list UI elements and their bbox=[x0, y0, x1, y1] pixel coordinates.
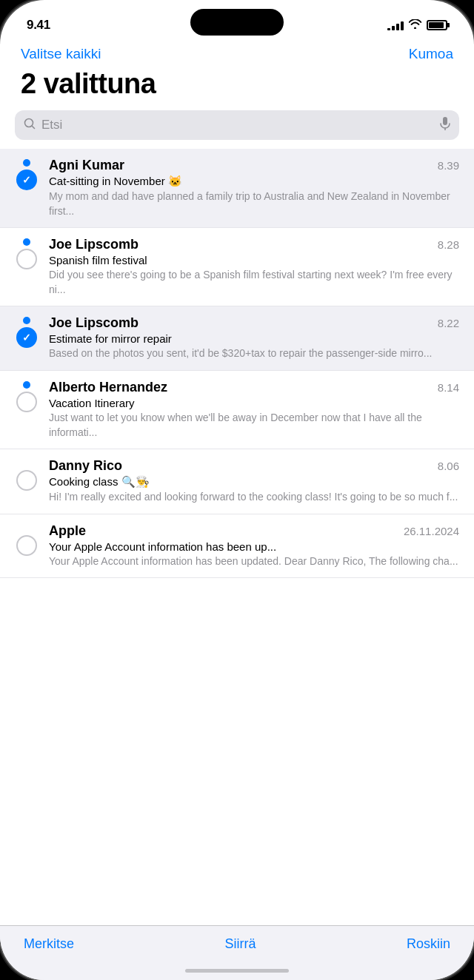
message-subject-5: Cooking class 🔍👨‍🍳 bbox=[49, 475, 459, 489]
sender-name-3: Joe Lipscomb bbox=[49, 315, 138, 331]
list-item[interactable]: ✓ Agni Kumar 8.39 Cat-sitting in Novembe… bbox=[0, 149, 474, 228]
selection-area-2 bbox=[12, 237, 41, 269]
message-preview-4: Just want to let you know when we'll be … bbox=[49, 411, 459, 440]
message-list: ✓ Agni Kumar 8.39 Cat-sitting in Novembe… bbox=[0, 149, 474, 578]
checkbox-1[interactable]: ✓ bbox=[16, 170, 37, 190]
phone-frame: 9.41 Valitse kaikki Kumoa bbox=[0, 0, 474, 980]
cancel-button[interactable]: Kumoa bbox=[409, 46, 453, 62]
checkbox-4[interactable] bbox=[16, 392, 37, 412]
signal-bar-2 bbox=[392, 26, 395, 30]
selection-area-4 bbox=[12, 380, 41, 412]
sender-name-2: Joe Lipscomb bbox=[49, 237, 138, 252]
message-header-6: Apple 26.11.2024 bbox=[49, 523, 459, 539]
battery-fill bbox=[429, 22, 444, 28]
checkbox-2[interactable] bbox=[16, 249, 37, 269]
message-preview-6: Your Apple Account information has been … bbox=[49, 554, 459, 569]
sender-name-1: Agni Kumar bbox=[49, 158, 124, 173]
message-time-6: 26.11.2024 bbox=[404, 525, 459, 537]
list-item[interactable]: Joe Lipscomb 8.28 Spanish film festival … bbox=[0, 228, 474, 306]
message-header-4: Alberto Hernandez 8.14 bbox=[49, 380, 459, 395]
message-content-4: Alberto Hernandez 8.14 Vacation Itinerar… bbox=[49, 380, 459, 440]
checkbox-5[interactable] bbox=[16, 470, 37, 491]
select-all-button[interactable]: Valitse kaikki bbox=[21, 46, 101, 62]
message-preview-1: My mom and dad have planned a family tri… bbox=[49, 189, 459, 218]
checkmark-3: ✓ bbox=[22, 332, 31, 343]
search-icon bbox=[24, 118, 36, 132]
mark-button[interactable]: Merkitse bbox=[24, 936, 74, 952]
message-subject-2: Spanish film festival bbox=[49, 254, 459, 266]
status-icons bbox=[387, 19, 447, 31]
message-content-5: Danny Rico 8.06 Cooking class 🔍👨‍🍳 Hi! I… bbox=[49, 458, 459, 505]
mic-icon[interactable] bbox=[440, 117, 450, 133]
unread-dot-4 bbox=[23, 381, 30, 389]
sender-name-5: Danny Rico bbox=[49, 458, 122, 474]
list-item[interactable]: Danny Rico 8.06 Cooking class 🔍👨‍🍳 Hi! I… bbox=[0, 449, 474, 514]
unread-dot-3 bbox=[23, 317, 30, 324]
message-header-2: Joe Lipscomb 8.28 bbox=[49, 237, 459, 252]
trash-button[interactable]: Roskiin bbox=[407, 936, 450, 952]
message-preview-2: Did you see there's going to be a Spanis… bbox=[49, 268, 459, 297]
message-subject-1: Cat-sitting in November 🐱 bbox=[49, 175, 459, 188]
message-preview-5: Hi! I'm really excited and looking forwa… bbox=[49, 490, 459, 505]
message-header-1: Agni Kumar 8.39 bbox=[49, 158, 459, 173]
move-button[interactable]: Siirrä bbox=[224, 936, 256, 952]
page-title: 2 valittuna bbox=[21, 68, 453, 100]
search-bar[interactable]: Etsi bbox=[15, 110, 459, 140]
message-time-5: 8.06 bbox=[438, 460, 459, 472]
message-content-1: Agni Kumar 8.39 Cat-sitting in November … bbox=[49, 158, 459, 218]
status-time: 9.41 bbox=[27, 18, 50, 33]
svg-rect-1 bbox=[443, 117, 447, 125]
search-input[interactable]: Etsi bbox=[41, 118, 434, 132]
signal-bar-1 bbox=[387, 28, 390, 30]
message-content-3: Joe Lipscomb 8.22 Estimate for mirror re… bbox=[49, 315, 459, 361]
message-subject-4: Vacation Itinerary bbox=[49, 397, 459, 409]
signal-bar-3 bbox=[396, 24, 399, 30]
message-time-4: 8.14 bbox=[438, 381, 459, 394]
dynamic-island bbox=[190, 9, 284, 36]
signal-bar-4 bbox=[401, 21, 404, 30]
selection-area-1: ✓ bbox=[12, 158, 41, 190]
status-bar: 9.41 bbox=[0, 0, 474, 40]
sender-name-4: Alberto Hernandez bbox=[49, 380, 167, 395]
header: 2 valittuna bbox=[0, 65, 474, 110]
message-subject-3: Estimate for mirror repair bbox=[49, 332, 459, 345]
message-content-6: Apple 26.11.2024 Your Apple Account info… bbox=[49, 523, 459, 569]
message-time-3: 8.22 bbox=[438, 317, 459, 329]
selection-area-5 bbox=[12, 458, 41, 491]
message-header-5: Danny Rico 8.06 bbox=[49, 458, 459, 474]
home-indicator bbox=[185, 969, 289, 973]
unread-dot-2 bbox=[23, 238, 30, 246]
selection-area-6 bbox=[12, 523, 41, 556]
nav-bar: Valitse kaikki Kumoa bbox=[0, 40, 474, 65]
checkbox-3[interactable]: ✓ bbox=[16, 327, 37, 348]
message-content-2: Joe Lipscomb 8.28 Spanish film festival … bbox=[49, 237, 459, 297]
wifi-icon bbox=[409, 19, 421, 31]
selection-area-3: ✓ bbox=[12, 315, 41, 348]
battery-icon bbox=[427, 20, 447, 30]
message-time-1: 8.39 bbox=[438, 159, 459, 172]
message-subject-6: Your Apple Account information has been … bbox=[49, 540, 459, 553]
checkmark-1: ✓ bbox=[22, 174, 31, 186]
unread-dot-1 bbox=[23, 159, 30, 167]
list-item[interactable]: Apple 26.11.2024 Your Apple Account info… bbox=[0, 514, 474, 579]
list-item[interactable]: Alberto Hernandez 8.14 Vacation Itinerar… bbox=[0, 371, 474, 449]
list-item[interactable]: ✓ Joe Lipscomb 8.22 Estimate for mirror … bbox=[0, 306, 474, 371]
message-time-2: 8.28 bbox=[438, 238, 459, 251]
signal-icon bbox=[387, 21, 404, 30]
message-preview-3: Based on the photos you sent, it'd be $3… bbox=[49, 346, 459, 361]
message-header-3: Joe Lipscomb 8.22 bbox=[49, 315, 459, 331]
sender-name-6: Apple bbox=[49, 523, 86, 539]
checkbox-6[interactable] bbox=[16, 535, 37, 556]
